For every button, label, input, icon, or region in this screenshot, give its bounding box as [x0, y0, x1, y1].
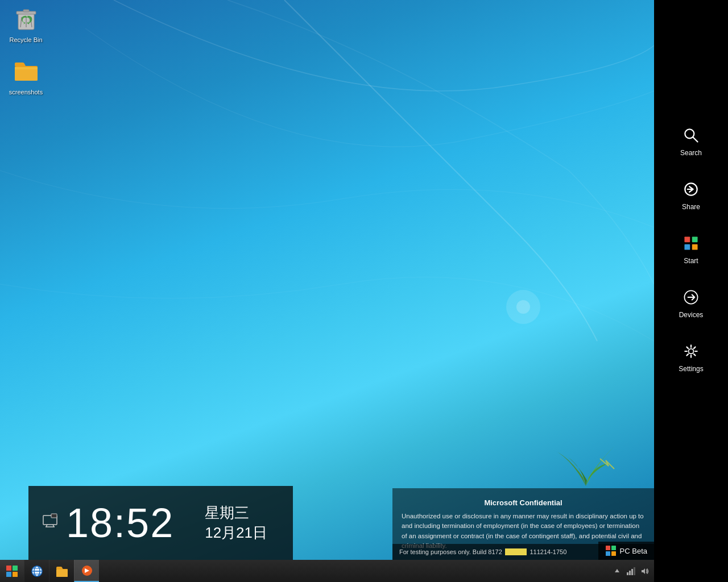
svg-rect-40	[629, 571, 631, 575]
charm-devices-label: Devices	[679, 311, 704, 319]
start-charm-icon	[681, 233, 701, 253]
pc-beta-label: PC Beta	[620, 547, 647, 555]
svg-rect-29	[13, 572, 18, 577]
taskbar-explorer[interactable]	[49, 560, 74, 582]
confidential-title: Microsoft Confidential	[402, 497, 645, 509]
clock-left-section: 18:52	[28, 500, 188, 546]
charms-bar: Search Share Start	[654, 0, 728, 582]
recycle-bin-icon[interactable]: Recycle Bin	[5, 5, 47, 43]
svg-rect-25	[51, 514, 57, 518]
svg-marker-38	[615, 569, 619, 572]
start-button[interactable]	[0, 560, 24, 582]
devices-charm-icon	[681, 287, 701, 307]
svg-rect-28	[6, 572, 11, 577]
tray-expand[interactable]	[612, 566, 622, 576]
svg-rect-10	[15, 67, 38, 69]
recycle-bin-image	[13, 5, 40, 32]
taskbar-app3[interactable]	[74, 560, 99, 582]
svg-rect-36	[56, 569, 68, 577]
svg-rect-41	[631, 569, 633, 575]
charm-settings-label: Settings	[679, 365, 703, 373]
monitor-icon	[42, 513, 58, 533]
settings-charm-icon	[681, 341, 701, 361]
charm-start[interactable]: Start	[654, 222, 728, 276]
clock-date-section: 星期三 12月21日	[205, 503, 267, 543]
svg-rect-43	[606, 546, 610, 550]
svg-point-20	[689, 348, 694, 354]
clock-widget: 18:52 星期三 12月21日	[28, 486, 293, 560]
taskbar-right	[612, 566, 654, 576]
charm-settings[interactable]: Settings	[654, 330, 728, 384]
svg-rect-42	[634, 567, 635, 575]
charm-share[interactable]: Share	[654, 168, 728, 222]
desktop-curves-decoration	[0, 0, 654, 560]
svg-point-0	[506, 290, 540, 324]
clock-date: 12月21日	[205, 523, 267, 543]
folder-image	[13, 57, 40, 84]
charm-devices[interactable]: Devices	[654, 276, 728, 330]
svg-rect-26	[6, 566, 11, 571]
pc-beta-badge: PC Beta	[598, 542, 654, 560]
charm-start-label: Start	[684, 257, 698, 265]
screenshots-folder-icon[interactable]: screenshots	[5, 57, 47, 95]
taskbar	[0, 560, 654, 582]
svg-rect-15	[684, 236, 690, 242]
share-charm-icon	[681, 179, 701, 199]
recycle-bin-label: Recycle Bin	[5, 36, 47, 43]
taskbar-ie[interactable]	[24, 560, 49, 582]
svg-rect-18	[692, 244, 698, 250]
charm-share-label: Share	[682, 203, 700, 211]
search-charm-icon	[681, 125, 701, 146]
screenshots-folder-label: screenshots	[5, 89, 47, 95]
svg-rect-45	[606, 551, 610, 556]
svg-point-1	[516, 300, 530, 314]
desktop: Recycle Bin screenshots	[0, 0, 654, 560]
build-highlight	[505, 548, 527, 555]
svg-rect-17	[684, 244, 690, 250]
svg-rect-16	[692, 236, 698, 242]
svg-rect-44	[611, 546, 616, 550]
svg-rect-46	[611, 551, 616, 556]
svg-rect-4	[23, 10, 29, 12]
charm-search[interactable]: Search	[654, 114, 728, 168]
clock-day: 星期三	[205, 503, 267, 523]
tray-volume[interactable]	[639, 566, 650, 576]
plant-decoration	[552, 435, 620, 492]
tray-network[interactable]	[626, 566, 636, 576]
svg-rect-27	[13, 566, 18, 571]
build-text: For testing purposes only. Build 8172 11…	[399, 548, 566, 555]
clock-time: 18:52	[66, 500, 174, 546]
svg-line-12	[693, 137, 698, 142]
svg-rect-39	[627, 572, 628, 575]
charm-search-label: Search	[680, 149, 702, 157]
